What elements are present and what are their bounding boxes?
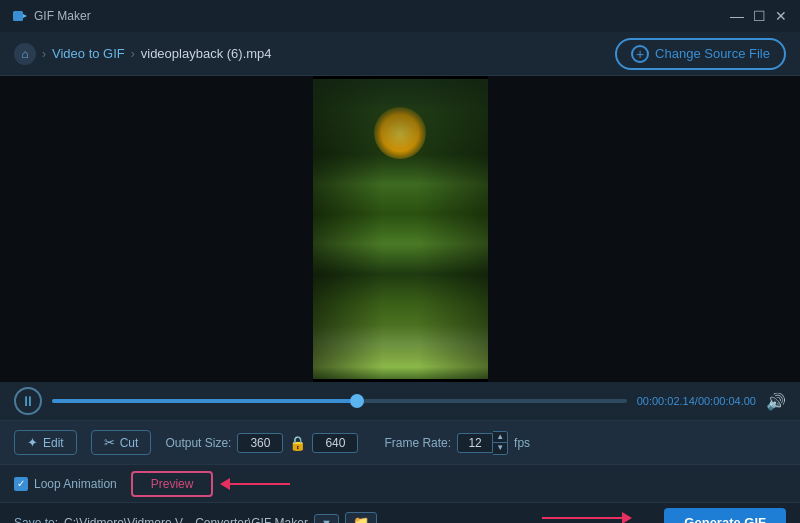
lock-icon[interactable]: 🔒 [289, 435, 306, 451]
progress-fill [52, 399, 357, 403]
cut-button[interactable]: ✂ Cut [91, 430, 152, 455]
frame-spinners: ▲ ▼ [493, 431, 508, 455]
output-width-input[interactable] [237, 433, 283, 453]
frame-unit-label: fps [514, 436, 530, 450]
loop-animation-checkbox[interactable]: ✓ [14, 477, 28, 491]
generate-arrow-annotation [542, 512, 632, 523]
time-current: 00:00:02.14 [637, 395, 695, 407]
app-title: GIF Maker [34, 9, 91, 23]
change-source-label: Change Source File [655, 46, 770, 61]
save-folder-button[interactable]: 📁 [345, 512, 377, 523]
controls-bar: ⏸ 00:00:02.14/00:00:04.00 🔊 [0, 382, 800, 420]
generate-gif-button[interactable]: Generate GIF [664, 508, 786, 523]
save-left: Save to: C:\Vidmore\Vidmore V... Convert… [14, 512, 377, 523]
video-top-overlay [313, 79, 488, 184]
video-preview [313, 79, 488, 379]
svg-rect-0 [13, 11, 23, 21]
volume-icon[interactable]: 🔊 [766, 392, 786, 411]
frame-increment-button[interactable]: ▲ [493, 432, 507, 443]
save-label: Save to: [14, 516, 58, 524]
output-height-input[interactable] [312, 433, 358, 453]
breadcrumb-section[interactable]: Video to GIF [52, 46, 125, 61]
arrow-head-right [622, 512, 632, 523]
play-pause-button[interactable]: ⏸ [14, 387, 42, 415]
change-source-button[interactable]: + Change Source File [615, 38, 786, 70]
time-total: 00:00:04.00 [698, 395, 756, 407]
arrow-head-left [220, 478, 230, 490]
video-side-right [488, 76, 801, 382]
frame-decrement-button[interactable]: ▼ [493, 443, 507, 454]
header-bar: ⌂ › Video to GIF › videoplayback (6).mp4… [0, 32, 800, 76]
breadcrumb-sep-2: › [131, 47, 135, 61]
cut-label: Cut [120, 436, 139, 450]
save-path: C:\Vidmore\Vidmore V... Converter\GIF Ma… [64, 516, 308, 524]
loop-row: ✓ Loop Animation Preview [0, 464, 800, 502]
progress-thumb[interactable] [350, 394, 364, 408]
plus-circle-icon: + [631, 45, 649, 63]
title-bar: GIF Maker — ☐ ✕ [0, 0, 800, 32]
save-bar: Save to: C:\Vidmore\Vidmore V... Convert… [0, 502, 800, 523]
arrow-line-bottom [542, 517, 622, 519]
frame-rate-label: Frame Rate: [384, 436, 451, 450]
close-button[interactable]: ✕ [774, 9, 788, 23]
frame-input-wrap: ▲ ▼ [457, 431, 508, 455]
home-icon[interactable]: ⌂ [14, 43, 36, 65]
loop-animation-label: Loop Animation [34, 477, 117, 491]
loop-animation-wrap: ✓ Loop Animation [14, 477, 117, 491]
app-icon [12, 8, 28, 24]
save-right: Generate GIF [664, 508, 786, 523]
edit-label: Edit [43, 436, 64, 450]
play-pause-icon: ⏸ [21, 393, 35, 409]
output-size-label: Output Size: [165, 436, 231, 450]
breadcrumb-sep-1: › [42, 47, 46, 61]
preview-arrow-annotation [220, 478, 290, 490]
cut-icon: ✂ [104, 435, 115, 450]
preview-button[interactable]: Preview [131, 471, 214, 497]
video-side-left [0, 76, 313, 382]
video-area [0, 76, 800, 382]
breadcrumb: ⌂ › Video to GIF › videoplayback (6).mp4 [14, 43, 272, 65]
edit-bar: ✦ Edit ✂ Cut Output Size: 🔒 Frame Rate: … [0, 420, 800, 464]
edit-button[interactable]: ✦ Edit [14, 430, 77, 455]
minimize-button[interactable]: — [730, 9, 744, 23]
save-dropdown-button[interactable]: ▼ [314, 514, 339, 524]
edit-icon: ✦ [27, 435, 38, 450]
maximize-button[interactable]: ☐ [752, 9, 766, 23]
breadcrumb-file: videoplayback (6).mp4 [141, 46, 272, 61]
svg-marker-1 [23, 14, 27, 18]
window-controls: — ☐ ✕ [730, 9, 788, 23]
time-display: 00:00:02.14/00:00:04.00 [637, 395, 756, 407]
checkbox-check: ✓ [17, 478, 25, 489]
output-size-section: Output Size: 🔒 [165, 433, 358, 453]
frame-rate-input[interactable] [457, 433, 493, 453]
progress-bar[interactable] [52, 399, 627, 403]
title-bar-left: GIF Maker [12, 8, 91, 24]
arrow-line [230, 483, 290, 485]
frame-rate-section: Frame Rate: ▲ ▼ fps [384, 431, 530, 455]
